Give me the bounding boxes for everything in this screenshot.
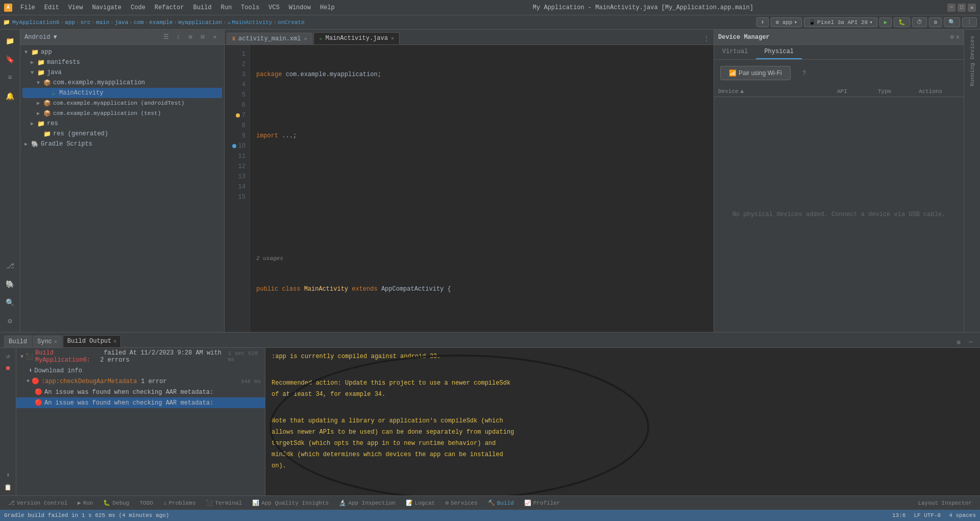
menu-run[interactable]: Run xyxy=(216,3,236,12)
menu-help[interactable]: Help xyxy=(316,3,339,12)
tab-build[interactable]: Build xyxy=(4,336,32,347)
build-download-info[interactable]: ⬇ Download info xyxy=(16,365,265,376)
breadcrumb-java[interactable]: java xyxy=(115,19,128,26)
sort-btn[interactable]: ↕ xyxy=(173,32,183,42)
breadcrumb-src[interactable]: src xyxy=(80,19,90,26)
project-tool-btn[interactable]: 📁 xyxy=(2,33,18,49)
breadcrumb-main[interactable]: main xyxy=(96,19,109,26)
vcs-button[interactable]: ⬆ xyxy=(756,17,769,27)
filter-btn[interactable]: ⚙ xyxy=(185,32,195,42)
breadcrumb-example[interactable]: example xyxy=(149,19,173,26)
android-dropdown[interactable]: ▼ xyxy=(53,34,57,41)
device-manager-settings[interactable]: ⚙ xyxy=(950,33,954,41)
menu-file[interactable]: File xyxy=(16,3,39,12)
download-info-btn[interactable]: ⬇ xyxy=(3,470,13,480)
minimize-button[interactable]: ─ xyxy=(947,4,955,12)
profiler-btn[interactable]: 📈 Profiler xyxy=(520,499,565,507)
running-devices-label[interactable]: Running Devices xyxy=(967,32,977,90)
run-button[interactable]: ▶ xyxy=(879,17,892,27)
settings-button[interactable]: ⚙ xyxy=(929,17,942,27)
hide-panel-btn[interactable]: ✕ xyxy=(210,32,220,42)
build-filter-btn[interactable]: ⚙ xyxy=(953,337,964,347)
expand-build-arrow[interactable]: ▼ xyxy=(20,354,23,360)
tab-physical[interactable]: Physical xyxy=(756,45,802,59)
tree-item-package[interactable]: ▼ 📦 com.example.myapplication xyxy=(22,78,222,88)
gradle-tool-btn[interactable]: 🐘 xyxy=(2,276,18,292)
services-btn[interactable]: ⚙ Services xyxy=(441,499,481,507)
breadcrumb-myapp[interactable]: myapplication xyxy=(178,19,222,26)
tab-build-output-close[interactable]: ✕ xyxy=(113,338,116,344)
app-inspection-btn[interactable]: 🔬 App Inspection xyxy=(335,499,399,507)
tree-item-res-gen[interactable]: 📁 res (generated) xyxy=(22,129,222,139)
expand-aar-arrow[interactable]: ▼ xyxy=(27,378,30,384)
debug-panel-btn[interactable]: 🐛 Debug xyxy=(99,499,133,507)
editor-settings-btn[interactable]: ⋮ xyxy=(701,33,712,44)
terminal-btn[interactable]: ⬛ Terminal xyxy=(202,499,246,507)
menu-vcs[interactable]: VCS xyxy=(264,3,284,12)
tree-item-res[interactable]: ▶ 📁 res xyxy=(22,119,222,129)
breadcrumb-mainactivity[interactable]: ☕ MainActivity xyxy=(228,19,273,26)
build-result-root[interactable]: ▼ ⬛ Build MyApplication6: failed At 11/2… xyxy=(16,348,265,365)
tab-build-output[interactable]: Build Output ✕ xyxy=(63,335,121,347)
build-issue-2[interactable]: 🔴 An issue was found when checking AAR m… xyxy=(16,397,265,408)
stop-build-btn[interactable]: ■ xyxy=(3,363,13,373)
tab-sync[interactable]: Sync ✕ xyxy=(33,336,62,347)
menu-build[interactable]: Build xyxy=(189,3,215,12)
tab-sync-close[interactable]: ✕ xyxy=(54,339,57,345)
tree-item-java[interactable]: ▼ 📁 java xyxy=(22,67,222,78)
window-controls[interactable]: ─ □ ✕ xyxy=(947,4,976,12)
structure-tool-btn[interactable]: ≡ xyxy=(2,69,18,86)
menu-navigate[interactable]: Navigate xyxy=(88,3,126,12)
tab-mainactivity-java[interactable]: ☕ MainActivity.java ✕ xyxy=(313,32,399,44)
scope-toggle-btn[interactable]: ☰ xyxy=(161,32,171,42)
menu-refactor[interactable]: Refactor xyxy=(151,3,188,12)
collapse-all-btn[interactable]: ⊟ xyxy=(198,32,208,42)
tab-close-java[interactable]: ✕ xyxy=(391,35,394,41)
tree-item-mainactivity[interactable]: ☕ MainActivity xyxy=(22,88,222,98)
maximize-button[interactable]: □ xyxy=(958,4,966,12)
tree-item-test[interactable]: ▶ 📦 com.example.myapplication (test) xyxy=(22,108,222,119)
layout-inspector-btn[interactable]: Layout Inspector xyxy=(914,499,976,507)
menu-edit[interactable]: Edit xyxy=(40,3,63,12)
menu-bar-items[interactable]: File Edit View Navigate Code Refactor Bu… xyxy=(16,3,339,12)
bookmark-tool-btn[interactable]: 🔖 xyxy=(2,51,18,67)
event-log-btn[interactable]: 📋 xyxy=(3,482,13,492)
device-button[interactable]: 📱 Pixel 3a API 29 ▾ xyxy=(804,17,877,27)
notifications-tool-btn[interactable]: 🔔 xyxy=(2,88,18,104)
profile-button[interactable]: ⏱ xyxy=(912,17,927,27)
settings-left-btn[interactable]: ⚙ xyxy=(2,313,18,329)
menu-code[interactable]: Code xyxy=(127,3,150,12)
menu-window[interactable]: Window xyxy=(285,3,315,12)
debug-button[interactable]: 🐛 xyxy=(894,17,910,27)
search-button[interactable]: 🔍 xyxy=(944,17,960,27)
tab-activity-xml[interactable]: X activity_main.xml ✕ xyxy=(227,33,312,44)
tree-item-androidtest[interactable]: ▶ 📦 com.example.myapplication (androidTe… xyxy=(22,98,222,108)
logcat-btn[interactable]: 📝 Logcat xyxy=(402,499,439,507)
code-content[interactable]: package com.example.myapplication; impor… xyxy=(250,45,714,332)
version-control-btn[interactable]: ⎇ Version Control xyxy=(4,499,71,507)
device-manager-close[interactable]: ✕ xyxy=(956,33,960,41)
help-icon[interactable]: ? xyxy=(802,70,806,77)
build-aar-check[interactable]: ▼ 🔴 :app:checkDebugAarMetadata 1 error 3… xyxy=(16,376,265,387)
restart-build-btn[interactable]: ↺ xyxy=(3,351,13,361)
menu-view[interactable]: View xyxy=(64,3,87,12)
app-config-button[interactable]: ⚙ app ▾ xyxy=(771,17,802,27)
breadcrumb-app[interactable]: MyApplication6 xyxy=(12,19,59,26)
run-panel-btn[interactable]: ▶ Run xyxy=(74,499,97,507)
breadcrumb-oncreate[interactable]: onCreate xyxy=(278,19,305,26)
problems-btn[interactable]: ⚠ Problems xyxy=(159,499,200,507)
git-tool-btn[interactable]: ⎇ xyxy=(2,257,18,274)
search-everywhere-btn[interactable]: 🔍 xyxy=(2,294,18,311)
menu-tools[interactable]: Tools xyxy=(237,3,263,12)
tree-item-gradle[interactable]: ▶ 🐘 Gradle Scripts xyxy=(22,139,222,149)
extra-button[interactable]: ⋮ xyxy=(962,17,977,27)
tree-item-app[interactable]: ▼ 📁 app xyxy=(22,47,222,57)
close-button[interactable]: ✕ xyxy=(968,4,976,12)
tree-item-manifests[interactable]: ▶ 📁 manifests xyxy=(22,57,222,67)
tab-virtual[interactable]: Virtual xyxy=(714,45,756,59)
build-issue-1[interactable]: 🔴 An issue was found when checking AAR m… xyxy=(16,387,265,397)
build-minimize-btn[interactable]: ─ xyxy=(966,337,976,347)
build-btn[interactable]: 🔨 Build xyxy=(484,499,518,507)
breadcrumb-app2[interactable]: app xyxy=(65,19,75,26)
tab-close-xml[interactable]: ✕ xyxy=(304,36,307,42)
